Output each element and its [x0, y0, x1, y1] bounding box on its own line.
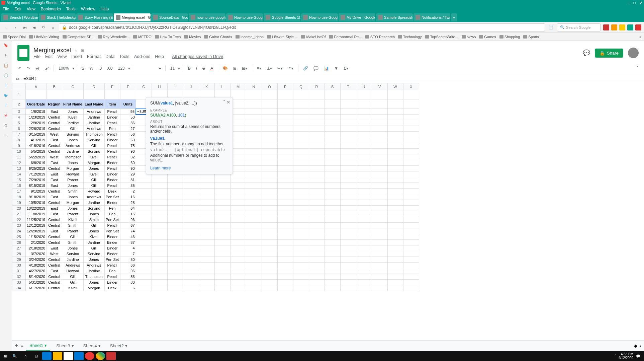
cell[interactable]	[277, 189, 293, 194]
cell[interactable]: Central	[47, 285, 62, 291]
cell[interactable]: Pen	[104, 126, 120, 132]
fontsize-chevron-icon[interactable]: ▾	[178, 66, 180, 71]
cell[interactable]: East	[47, 137, 62, 143]
cell[interactable]: Jardine	[83, 200, 104, 206]
cell[interactable]: Gill	[62, 234, 84, 240]
cell[interactable]	[167, 285, 183, 291]
paint-format-button[interactable]: 🖌	[43, 65, 51, 72]
cell[interactable]	[167, 251, 183, 257]
cell[interactable]	[340, 126, 356, 132]
cell[interactable]	[262, 154, 277, 160]
cell[interactable]	[372, 217, 387, 223]
cell[interactable]	[199, 285, 214, 291]
cell[interactable]	[152, 194, 167, 200]
cell[interactable]	[293, 194, 309, 200]
row-header[interactable]: 33	[12, 280, 26, 285]
cell[interactable]: 5/14/2020	[26, 274, 47, 280]
select-all-corner[interactable]	[12, 83, 26, 90]
cell[interactable]	[136, 200, 152, 206]
cell[interactable]: East	[47, 228, 62, 234]
cell[interactable]	[152, 200, 167, 206]
row-header[interactable]: 5	[12, 120, 26, 126]
cell[interactable]	[214, 240, 230, 245]
row-header[interactable]: 18	[12, 194, 26, 200]
cell[interactable]	[325, 211, 340, 217]
cell[interactable]: 15	[120, 211, 136, 217]
cell[interactable]	[136, 280, 152, 285]
cell[interactable]	[183, 274, 199, 280]
cell[interactable]	[277, 217, 293, 223]
cell[interactable]	[262, 251, 277, 257]
cell[interactable]	[293, 251, 309, 257]
cell[interactable]: Central	[47, 143, 62, 149]
gmail-panel-icon[interactable]: M	[3, 113, 9, 119]
column-header[interactable]: J	[183, 83, 199, 90]
cell[interactable]	[167, 189, 183, 194]
cell[interactable]	[214, 189, 230, 194]
cell[interactable]: Binder	[104, 115, 120, 120]
cell[interactable]: Jardine	[83, 268, 104, 274]
cell[interactable]	[387, 132, 403, 137]
cell[interactable]	[309, 263, 325, 268]
cell[interactable]	[372, 90, 387, 99]
column-header[interactable]: D	[83, 83, 104, 90]
maximize-button[interactable]: □	[633, 1, 636, 5]
print-button[interactable]: 🖨	[33, 65, 41, 72]
cell[interactable]: Smith	[62, 223, 84, 228]
cell[interactable]	[183, 263, 199, 268]
cell[interactable]: 10/22/2019	[26, 206, 47, 211]
cell[interactable]: 6/8/2019	[26, 160, 47, 166]
cell[interactable]	[403, 171, 419, 177]
cell[interactable]	[356, 240, 372, 245]
row-header[interactable]: 27	[12, 245, 26, 251]
cell[interactable]: Pen Set	[104, 217, 120, 223]
cell[interactable]	[199, 257, 214, 263]
cell[interactable]	[403, 245, 419, 251]
cell[interactable]	[152, 285, 167, 291]
cell[interactable]: 10/5/2019	[26, 200, 47, 206]
cell[interactable]	[372, 268, 387, 274]
cell[interactable]: East	[47, 171, 62, 177]
cell[interactable]	[309, 200, 325, 206]
cell[interactable]	[325, 228, 340, 234]
cell[interactable]	[167, 234, 183, 240]
comment-icon[interactable]: 💬	[583, 49, 590, 57]
cell[interactable]	[167, 280, 183, 285]
cell[interactable]: Andrews	[83, 263, 104, 268]
browser-tab[interactable]: My Drive - Google Dr	[339, 13, 375, 21]
cell[interactable]	[277, 194, 293, 200]
docmenu-addons[interactable]: Add-ons	[134, 54, 150, 59]
docmenu-insert[interactable]: Insert	[71, 54, 82, 59]
cell[interactable]: East	[47, 206, 62, 211]
cell[interactable]	[246, 211, 262, 217]
cell[interactable]	[214, 234, 230, 240]
cell[interactable]	[387, 143, 403, 149]
cell[interactable]	[293, 109, 309, 115]
cell[interactable]	[152, 274, 167, 280]
cell[interactable]	[246, 154, 262, 160]
cell[interactable]: Jones	[62, 137, 84, 143]
row-header[interactable]: 8	[12, 137, 26, 143]
percent-button[interactable]: %	[87, 65, 95, 72]
row-header[interactable]: 26	[12, 240, 26, 245]
cell[interactable]	[199, 200, 214, 206]
tip-close-icon[interactable]: ✕	[226, 99, 231, 105]
cell[interactable]: 4/1/2019	[26, 137, 47, 143]
cell[interactable]	[340, 217, 356, 223]
cell[interactable]	[136, 183, 152, 189]
menu-bookmarks[interactable]: Bookmarks	[41, 7, 61, 11]
cell[interactable]	[230, 285, 246, 291]
row-header[interactable]: 21	[12, 211, 26, 217]
cell[interactable]	[214, 183, 230, 189]
cell[interactable]	[403, 120, 419, 126]
cell[interactable]	[325, 177, 340, 183]
cell[interactable]	[325, 274, 340, 280]
row-header[interactable]: 28	[12, 251, 26, 257]
cell[interactable]	[262, 206, 277, 211]
cell[interactable]: 9/18/2019	[26, 194, 47, 200]
cell[interactable]	[372, 223, 387, 228]
cell[interactable]	[325, 223, 340, 228]
cell[interactable]	[403, 280, 419, 285]
cell[interactable]: Smith	[83, 217, 104, 223]
cell[interactable]: 29	[120, 171, 136, 177]
